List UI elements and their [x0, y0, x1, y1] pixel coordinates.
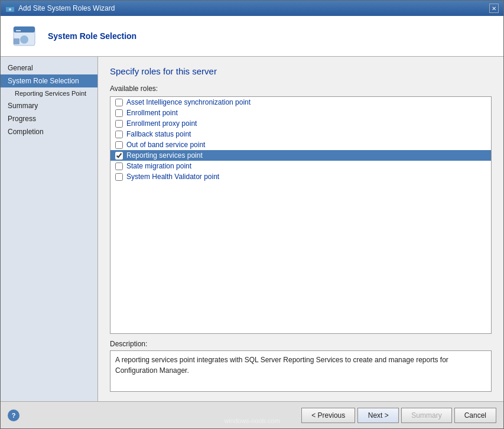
body-area: General System Role Selection Reporting …: [1, 57, 503, 401]
sidebar-item-progress[interactable]: Progress: [1, 112, 97, 125]
role-label: Enrollment point: [126, 109, 178, 117]
role-checkbox[interactable]: [115, 109, 123, 117]
wizard-icon: [5, 4, 15, 13]
role-label: Reporting services point: [126, 151, 203, 160]
main-window: Add Site System Roles Wizard ✕ System Ro…: [0, 0, 504, 429]
summary-button[interactable]: Summary: [401, 408, 451, 423]
role-checkbox[interactable]: [115, 141, 123, 149]
role-item[interactable]: State migration point: [110, 161, 491, 171]
role-checkbox[interactable]: [115, 173, 123, 181]
header-area: System Role Selection: [1, 16, 503, 57]
svg-rect-1: [6, 5, 14, 7]
footer-buttons: < Previous Next > Summary Cancel: [301, 408, 496, 423]
role-label: State migration point: [126, 162, 191, 170]
header-title: System Role Selection: [48, 31, 136, 41]
sidebar-item-reporting-services[interactable]: Reporting Services Point: [1, 87, 97, 99]
role-checkbox[interactable]: [115, 152, 123, 160]
svg-rect-4: [14, 27, 35, 32]
previous-button[interactable]: < Previous: [301, 408, 355, 423]
svg-point-2: [9, 8, 11, 11]
roles-list: Asset Intelligence synchronization point…: [110, 96, 492, 334]
role-label: System Health Validator point: [126, 173, 219, 181]
role-checkbox[interactable]: [115, 131, 123, 138]
role-item[interactable]: Enrollment proxy point: [110, 118, 491, 129]
svg-rect-7: [14, 38, 19, 44]
available-roles-label: Available roles:: [110, 84, 492, 93]
svg-point-5: [20, 35, 28, 44]
role-checkbox[interactable]: [115, 120, 123, 128]
main-content: Specify roles for this server Available …: [98, 57, 503, 401]
sidebar-item-general[interactable]: General: [1, 61, 97, 74]
svg-rect-6: [16, 30, 21, 31]
sidebar-item-system-role-selection[interactable]: System Role Selection: [1, 74, 97, 87]
header-wizard-icon: [10, 22, 38, 50]
close-button[interactable]: ✕: [489, 4, 499, 13]
page-title: Specify roles for this server: [110, 66, 492, 76]
sidebar-item-summary[interactable]: Summary: [1, 99, 97, 112]
next-button[interactable]: Next >: [357, 408, 399, 423]
role-checkbox[interactable]: [115, 99, 123, 106]
role-label: Fallback status point: [126, 130, 191, 138]
description-section: Description: A reporting services point …: [110, 340, 492, 392]
role-item[interactable]: Fallback status point: [110, 129, 491, 139]
sidebar: General System Role Selection Reporting …: [1, 57, 98, 401]
title-bar-left: Add Site System Roles Wizard: [5, 4, 115, 13]
footer: ? < Previous Next > Summary Cancel: [1, 401, 503, 428]
description-label: Description:: [110, 340, 492, 348]
cancel-button[interactable]: Cancel: [454, 408, 496, 423]
help-icon[interactable]: ?: [8, 410, 19, 421]
title-bar: Add Site System Roles Wizard ✕: [1, 1, 503, 16]
footer-left: ?: [8, 410, 19, 421]
role-checkbox[interactable]: [115, 162, 123, 170]
role-label: Out of band service point: [126, 141, 205, 149]
role-item[interactable]: System Health Validator point: [110, 171, 491, 182]
sidebar-item-completion[interactable]: Completion: [1, 125, 97, 138]
description-box: A reporting services point integrates wi…: [110, 350, 492, 392]
role-item[interactable]: Reporting services point: [110, 150, 491, 161]
title-bar-text: Add Site System Roles Wizard: [18, 4, 115, 12]
role-item[interactable]: Asset Intelligence synchronization point: [110, 97, 491, 108]
role-item[interactable]: Enrollment point: [110, 108, 491, 118]
role-item[interactable]: Out of band service point: [110, 139, 491, 150]
role-label: Enrollment proxy point: [126, 119, 197, 128]
role-label: Asset Intelligence synchronization point: [126, 98, 251, 106]
